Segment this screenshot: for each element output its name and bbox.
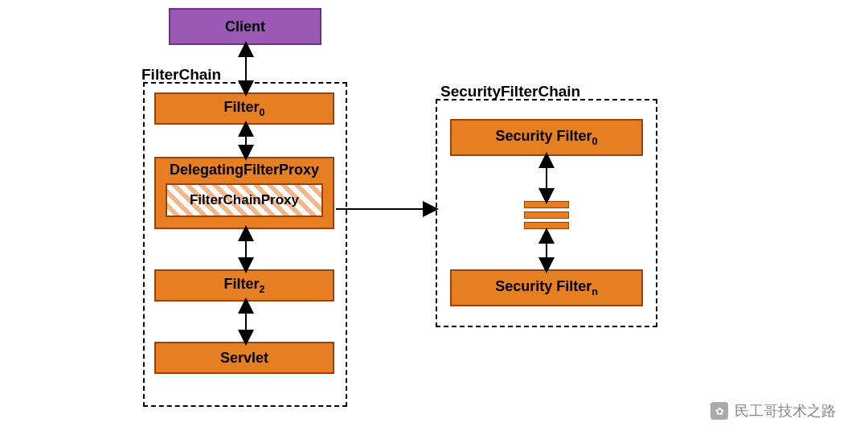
watermark: ✿ 民工哥技术之路 xyxy=(710,401,836,421)
arrow-proxy-securitychain xyxy=(336,204,436,214)
filter0-label: Filter0 xyxy=(223,99,264,118)
arrow-secfilter0-stack xyxy=(542,156,551,200)
servlet-box: Servlet xyxy=(154,342,334,374)
secfilter0-label: Security Filter0 xyxy=(495,128,597,147)
filter0-box: Filter0 xyxy=(154,92,334,125)
stack-bar xyxy=(524,222,569,229)
stack-bar xyxy=(524,201,569,208)
arrow-filter0-delegating xyxy=(241,125,251,157)
servlet-label: Servlet xyxy=(220,350,268,367)
client-box: Client xyxy=(169,8,321,45)
proxy-inner-label: FilterChainProxy xyxy=(190,192,299,208)
watermark-text: 民工哥技术之路 xyxy=(735,401,836,421)
security-filter-n-box: Security Filtern xyxy=(450,269,643,306)
stack-bar xyxy=(524,211,569,219)
arrow-filter2-servlet xyxy=(241,302,251,342)
security-filter-0-box: Security Filter0 xyxy=(450,119,643,156)
delegating-filter-proxy-box: DelegatingFilterProxy FilterChainProxy xyxy=(154,157,334,229)
filter-chain-proxy-box: FilterChainProxy xyxy=(166,183,323,217)
arrow-stack-secfiltern xyxy=(542,232,551,269)
arrow-delegating-filter2 xyxy=(241,229,251,269)
filter2-label: Filter2 xyxy=(223,276,264,295)
secfiltern-label: Security Filtern xyxy=(495,278,598,298)
securitychain-label: SecurityFilterChain xyxy=(440,83,580,101)
arrow-client-filter0 xyxy=(241,45,251,92)
filterchain-label: FilterChain xyxy=(141,66,221,84)
filter-stack-icon xyxy=(524,201,569,229)
filter2-box: Filter2 xyxy=(154,269,334,302)
delegating-label: DelegatingFilterProxy xyxy=(170,162,319,179)
client-label: Client xyxy=(225,18,265,35)
wechat-icon: ✿ xyxy=(710,402,728,420)
